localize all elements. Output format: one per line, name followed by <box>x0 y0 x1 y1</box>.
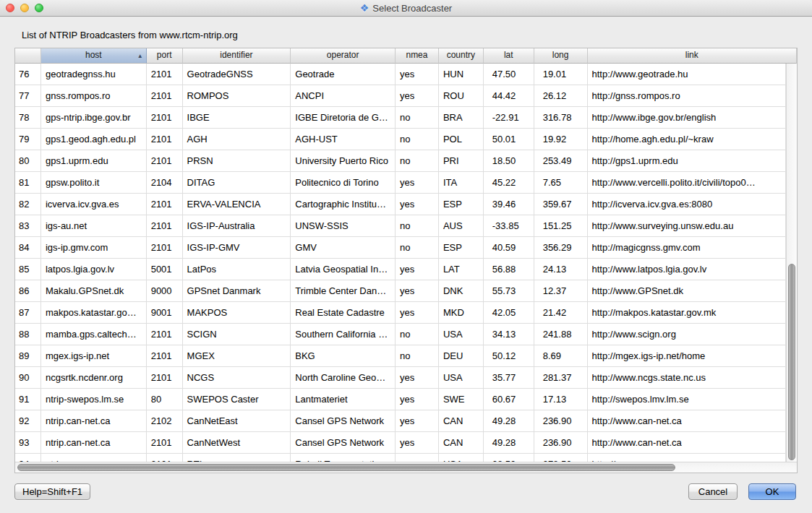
table-body: 76geotradegnss.hu2101GeotradeGNSSGeotrad… <box>15 64 786 462</box>
cell-nmea: no <box>396 345 439 367</box>
cell-host: gps-ntrip.ibge.gov.br <box>41 107 147 129</box>
cell-nmea: yes <box>396 194 439 215</box>
column-header-link[interactable]: link <box>588 48 797 64</box>
column-header-port[interactable]: port <box>147 48 183 64</box>
cell-operator: Geotrade <box>291 64 396 85</box>
cancel-button[interactable]: Cancel <box>688 483 738 500</box>
cell-num: 85 <box>15 259 41 280</box>
cell-link: http://www.vercelli.polito.it/civili/top… <box>588 172 786 194</box>
cell-link: http://home.agh.edu.pl/~kraw <box>588 129 786 150</box>
cell-identifier: RTI… <box>183 454 291 462</box>
cell-country: USA <box>439 367 484 389</box>
table-row[interactable]: 91ntrip-swepos.lm.se80SWEPOS CasterLantm… <box>15 389 786 410</box>
cell-operator: Cartographic Institu… <box>291 194 396 215</box>
cell-operator: Real Estate Cadastre <box>291 302 396 324</box>
cell-num: 84 <box>15 237 41 259</box>
column-header-label: host <box>85 50 102 60</box>
table-row[interactable]: 93ntrip.can-net.ca2101CanNetWestCansel G… <box>15 432 786 454</box>
cell-long: 151.25 <box>534 215 588 237</box>
cell-lat: 55.73 <box>484 280 534 302</box>
table-row[interactable]: 80gps1.uprm.edu2101PRSNUniversity Puerto… <box>15 150 786 172</box>
cell-long: 19.92 <box>534 129 588 150</box>
cell-num: 79 <box>15 129 41 150</box>
column-header-operator[interactable]: operator <box>291 48 396 64</box>
cell-country: ESP <box>439 237 484 259</box>
cell-num: 91 <box>15 389 41 410</box>
table-row[interactable]: 89mgex.igs-ip.net2101MGEXBKGnoDEU50.128.… <box>15 345 786 367</box>
cell-link: http://www.scign.org <box>588 324 786 345</box>
cell-port: 2101 <box>147 85 183 107</box>
table-row[interactable]: 79gps1.geod.agh.edu.pl2101AGHAGH-USTnoPO… <box>15 129 786 150</box>
cell-nmea: yes <box>396 367 439 389</box>
cell-host: icverva.icv.gva.es <box>41 194 147 215</box>
cell-link: http://www.can-net.ca <box>588 410 786 432</box>
cell-country: DNK <box>439 280 484 302</box>
table-row[interactable]: 88mamba.gps.caltech…2101SCIGNSouthern Ca… <box>15 324 786 345</box>
cell-lat: 18.50 <box>484 150 534 172</box>
cell-port: 2104 <box>147 172 183 194</box>
cell-lat: -22.91 <box>484 107 534 129</box>
vertical-scrollbar-thumb[interactable] <box>788 264 795 460</box>
cell-link: http://www.GPSnet.dk <box>588 280 786 302</box>
cell-num: 88 <box>15 324 41 345</box>
cell-long: 19.01 <box>534 64 588 85</box>
column-header-long[interactable]: long <box>534 48 588 64</box>
cell-long: 7.65 <box>534 172 588 194</box>
table-row[interactable]: 82icverva.icv.gva.es2101ERVA-VALENCIACar… <box>15 194 786 215</box>
horizontal-scrollbar[interactable] <box>15 462 797 473</box>
cell-port: 9001 <box>147 302 183 324</box>
table-row[interactable]: 78gps-ntrip.ibge.gov.br2101IBGEIGBE Dire… <box>15 107 786 129</box>
list-label: List of NTRIP Broadcasters from www.rtcm… <box>22 30 238 40</box>
column-header-lat[interactable]: lat <box>484 48 534 64</box>
app-icon: ❖ <box>360 3 369 13</box>
cell-operator: Trimble Center Dan… <box>291 280 396 302</box>
table-row[interactable]: 92ntrip.can-net.ca2102CanNetEastCansel G… <box>15 410 786 432</box>
titlebar[interactable]: ❖ Select Broadcaster <box>0 0 812 17</box>
column-header-label: link <box>685 50 698 60</box>
column-header-label: nmea <box>406 50 427 60</box>
column-header-row-number[interactable] <box>15 48 41 64</box>
table-row[interactable]: 76geotradegnss.hu2101GeotradeGNSSGeotrad… <box>15 64 786 85</box>
cell-identifier: AGH <box>183 129 291 150</box>
table-row[interactable]: 87makpos.katastar.go…9001MAKPOSReal Esta… <box>15 302 786 324</box>
cell-identifier: MAKPOS <box>183 302 291 324</box>
cell-port: 2101 <box>147 367 183 389</box>
cell-host: ntrip.can-net.ca <box>41 410 147 432</box>
column-header-label: identifier <box>220 50 252 60</box>
column-header-country[interactable]: country <box>439 48 484 64</box>
cell-long: 281.37 <box>534 367 588 389</box>
help-button[interactable]: Help=Shift+F1 <box>14 483 90 500</box>
column-header-identifier[interactable]: identifier <box>183 48 291 64</box>
cell-identifier: SWEPOS Caster <box>183 389 291 410</box>
cell-host: ntrip-swepos.lm.se <box>41 389 147 410</box>
table-row[interactable]: 86Makalu.GPSnet.dk9000GPSnet DanmarkTrim… <box>15 280 786 302</box>
table-row[interactable]: 77gnss.rompos.ro2101ROMPOSANCPIyesROU44.… <box>15 85 786 107</box>
cell-operator: AGH-UST <box>291 129 396 150</box>
cell-country: LAT <box>439 259 484 280</box>
table-row[interactable]: 81gpsw.polito.it2104DITAGPolitecnico di … <box>15 172 786 194</box>
column-header-host[interactable]: host▲ <box>41 48 147 64</box>
table-row[interactable]: 84igs-ip.gmv.com2101IGS-IP-GMVGMVnoESP40… <box>15 237 786 259</box>
cell-num: 83 <box>15 215 41 237</box>
cell-port: 2101 <box>147 150 183 172</box>
vertical-scrollbar[interactable] <box>786 64 797 462</box>
table-row[interactable]: 94ntrip…2101RTI…Rebell Transportatio…USA… <box>15 454 786 462</box>
cell-operator: UNSW-SSIS <box>291 215 396 237</box>
cell-num: 89 <box>15 345 41 367</box>
cell-nmea: yes <box>396 280 439 302</box>
column-header-nmea[interactable]: nmea <box>396 48 439 64</box>
cell-host: mamba.gps.caltech… <box>41 324 147 345</box>
cell-long: 24.13 <box>534 259 588 280</box>
horizontal-scrollbar-thumb[interactable] <box>17 464 675 471</box>
cell-num: 77 <box>15 85 41 107</box>
cell-port: 9000 <box>147 280 183 302</box>
cell-host: igs-au.net <box>41 215 147 237</box>
cell-link: http://www.can-net.ca <box>588 432 786 454</box>
table-row[interactable]: 85latpos.lgia.gov.lv5001LatPosLatvia Geo… <box>15 259 786 280</box>
table-row[interactable]: 83igs-au.net2101IGS-IP-AustraliaUNSW-SSI… <box>15 215 786 237</box>
table-row[interactable]: 90ncgsrtk.ncdenr.org2101NCGSNorth Caroli… <box>15 367 786 389</box>
cell-lat: 39.46 <box>484 194 534 215</box>
ok-button[interactable]: OK <box>748 483 796 500</box>
cell-nmea: no <box>396 237 439 259</box>
cell-num: 81 <box>15 172 41 194</box>
